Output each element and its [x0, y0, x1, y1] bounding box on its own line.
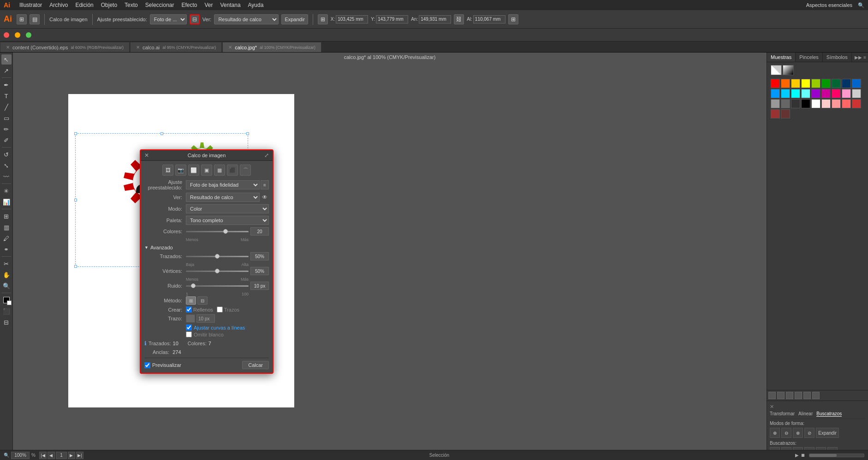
shape-minus-front[interactable]: ⊖ [781, 428, 791, 438]
dialog-colores-slider[interactable] [186, 231, 249, 232]
tab-close-2[interactable]: ✕ [136, 45, 140, 50]
tool-type[interactable]: T [1, 91, 12, 101]
x-input[interactable] [336, 15, 368, 24]
swatch-21[interactable] [801, 99, 810, 108]
tool-warp[interactable]: 〰 [1, 171, 12, 182]
page-input[interactable] [56, 452, 67, 459]
panel-menu-icon[interactable]: ≡ [863, 55, 866, 60]
panel-tab-pinceles[interactable]: Pinceles [796, 53, 823, 62]
dialog-paleta-select[interactable]: Tono completo [186, 216, 269, 225]
dialog-ver-select[interactable]: Resultado de calco [186, 193, 260, 202]
toolbar-icon1[interactable]: ⊞ [17, 14, 27, 24]
crear-trazos-option[interactable]: Trazos [217, 307, 239, 313]
play-btn[interactable]: ▶ [795, 453, 799, 458]
dialog-icon-camera[interactable]: 📷 [175, 165, 186, 176]
tool-eyedropper[interactable]: 🖊 [1, 233, 12, 243]
dialog-vertices-input[interactable] [250, 267, 269, 275]
metodo-btn-overlapping[interactable]: ⊟ [197, 296, 208, 305]
last-page-btn[interactable]: ▶| [76, 452, 83, 459]
menu-archivo[interactable]: Archivo [49, 2, 68, 8]
previsualizar-checkbox[interactable] [144, 362, 150, 368]
trazo-color-swatch[interactable] [186, 314, 195, 323]
info-icon[interactable]: ℹ [144, 340, 147, 347]
tab-content[interactable]: ✕ content (Convertido).eps al 600% (RGB/… [0, 42, 130, 52]
tool-blend[interactable]: ⚭ [1, 244, 12, 254]
dialog-icon-photo[interactable]: 🖼 [162, 165, 173, 176]
expandir-btn[interactable]: Expandir [816, 428, 839, 438]
tool-symbol[interactable]: ✳ [1, 186, 12, 196]
swatch-28[interactable] [781, 109, 790, 118]
tab-calcoai[interactable]: ✕ calco.ai al 95% (CMYK/Previsualizar) [130, 42, 222, 52]
swatch-20[interactable] [791, 99, 800, 108]
y-input[interactable] [376, 15, 408, 24]
menu-seleccionar[interactable]: Seleccionar [145, 2, 174, 8]
crear-rellenos-option[interactable]: Rellenos [186, 307, 213, 313]
swatch-23[interactable] [821, 99, 831, 108]
more-icon[interactable]: ⊞ [508, 14, 518, 24]
shape-intersect[interactable]: ⊗ [793, 428, 803, 438]
gradient-swatch[interactable] [783, 65, 794, 75]
tab-alinear[interactable]: Alinear [798, 411, 813, 417]
next-page-btn[interactable]: ▶ [68, 452, 75, 459]
fill-color[interactable] [1, 295, 12, 305]
panel-btn-6[interactable] [812, 392, 820, 399]
close-button[interactable] [4, 32, 9, 38]
swatch-25[interactable] [842, 99, 851, 108]
toolbar-icon2[interactable]: ▤ [30, 14, 40, 24]
tool-paintbrush[interactable]: ✏ [1, 124, 12, 134]
panel-btn-2[interactable] [777, 392, 785, 399]
color-mode[interactable]: ⬛ [1, 306, 12, 316]
crear-trazos-checkbox[interactable] [217, 307, 223, 313]
tab-calcojpg[interactable]: ✕ calco.jpg* al 100% (CMYK/Previsualizar… [222, 42, 321, 52]
dialog-icon-silhouette[interactable]: ⬛ [227, 165, 238, 176]
tab-close-1[interactable]: ✕ [6, 45, 10, 50]
swatch-8[interactable] [852, 79, 861, 88]
maximize-button[interactable] [26, 32, 31, 38]
swatch-6[interactable] [832, 79, 841, 88]
minimize-button[interactable] [15, 32, 20, 38]
tool-rect[interactable]: ▭ [1, 113, 12, 123]
tool-hand[interactable]: ✋ [1, 270, 12, 280]
tab-buscatrazos[interactable]: Buscatrazos [816, 411, 842, 417]
dialog-icon-line[interactable]: ⌒ [240, 165, 251, 176]
swatch-5[interactable] [821, 79, 831, 88]
swatch-16[interactable] [842, 89, 851, 98]
ajuste-select[interactable]: Foto de ... [150, 14, 187, 24]
shape-unite[interactable]: ⊕ [770, 428, 780, 438]
metodo-btn-adjacent[interactable]: ⊞ [186, 296, 196, 305]
dialog-expand-btn[interactable]: ⤢ [264, 152, 269, 159]
ajustar-checkbox[interactable] [186, 324, 192, 330]
crear-rellenos-checkbox[interactable] [186, 307, 192, 313]
swatch-1[interactable] [781, 79, 790, 88]
dialog-ruido-input[interactable] [250, 282, 269, 290]
menu-ayuda[interactable]: Ayuda [248, 2, 264, 8]
menu-edicion[interactable]: Edición [75, 2, 93, 8]
swatch-7[interactable] [842, 79, 851, 88]
ver-select[interactable]: Resultado de calco [214, 14, 279, 24]
swatch-11[interactable] [791, 89, 800, 98]
zoom-input[interactable] [11, 452, 30, 459]
dialog-colores-input[interactable] [250, 227, 269, 236]
an-input[interactable] [419, 15, 451, 24]
dialog-ruido-slider[interactable] [186, 285, 249, 287]
tool-rotate[interactable]: ↺ [1, 149, 12, 159]
shape-exclude[interactable]: ⊘ [804, 428, 814, 438]
expandir-button[interactable]: Expandir [281, 14, 308, 24]
swatch-24[interactable] [832, 99, 841, 108]
swatch-9[interactable] [771, 89, 780, 98]
swatch-0[interactable] [771, 79, 780, 88]
omitir-checkbox[interactable] [186, 331, 192, 337]
swatch-4[interactable] [811, 79, 820, 88]
panel-doc-swatches[interactable] [768, 392, 776, 399]
swatch-19[interactable] [781, 99, 790, 108]
dialog-trazados-input[interactable] [250, 252, 269, 260]
tool-gradient[interactable]: ▥ [1, 222, 12, 232]
dialog-ajuste-select[interactable]: Foto de baja fidelidad [186, 180, 260, 189]
swatch-22[interactable] [811, 99, 820, 108]
panel-tab-muestras[interactable]: Muestras [767, 53, 796, 62]
tool-scissors[interactable]: ✂ [1, 259, 12, 269]
menu-efecto[interactable]: Efecto [181, 2, 197, 8]
constrain-icon[interactable]: ⛓ [454, 14, 464, 24]
tool-pencil[interactable]: ✐ [1, 135, 12, 145]
dialog-icon-color[interactable]: ▦ [214, 165, 225, 176]
